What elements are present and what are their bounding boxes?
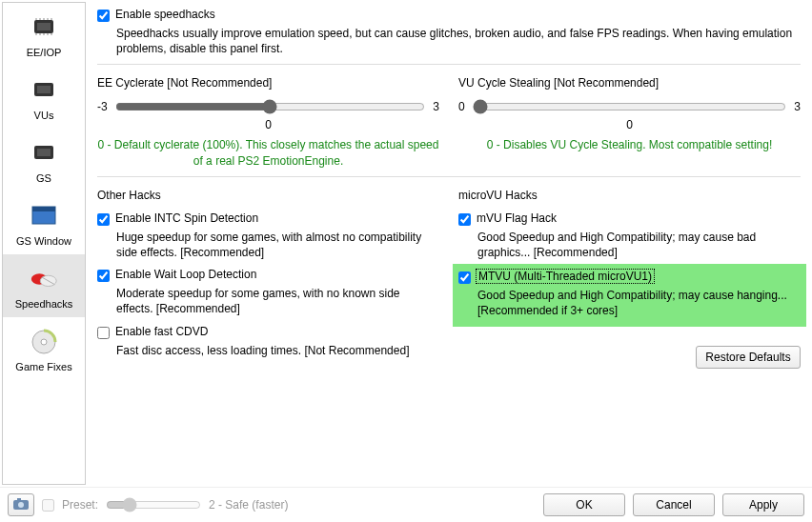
intc-label: Enable INTC Spin Detection: [115, 211, 258, 225]
chip-icon: [29, 138, 59, 169]
svg-rect-17: [32, 207, 55, 211]
ee-cyclerate-title: EE Cyclerate [Not Recommended]: [97, 76, 439, 90]
ok-button[interactable]: OK: [543, 493, 625, 516]
vu-max-label: 3: [794, 100, 801, 113]
sidebar-item-gamefixes[interactable]: Game Fixes: [3, 317, 85, 380]
fastcdvd-desc: Fast disc access, less loading times. [N…: [116, 343, 439, 358]
sidebar: EE/IOP VUs GS GS Window Speedhacks: [2, 2, 86, 485]
waitloop-label: Enable Wait Loop Detection: [115, 268, 256, 281]
chip-icon: [29, 12, 59, 43]
mvu-flag-checkbox[interactable]: [458, 213, 471, 226]
sidebar-item-label: Speedhacks: [15, 298, 73, 310]
chip-icon: [29, 75, 59, 106]
divider: [97, 176, 801, 177]
vu-min-label: 0: [458, 100, 465, 113]
apply-button[interactable]: Apply: [722, 493, 804, 516]
fastcdvd-label: Enable fast CDVD: [115, 325, 208, 338]
vu-val-label: 0: [458, 118, 801, 131]
preset-slider[interactable]: [106, 497, 201, 512]
mtvu-label: MTVU (Multi-Threaded microVU1): [477, 270, 654, 283]
enable-speedhacks-label: Enable speedhacks: [115, 8, 215, 21]
sidebar-item-speedhacks[interactable]: Speedhacks: [3, 254, 85, 317]
vu-cyclestealing-title: VU Cycle Stealing [Not Recommended]: [458, 76, 801, 90]
ee-max-label: 3: [433, 100, 439, 113]
ee-note: 0 - Default cyclerate (100%). This close…: [97, 137, 439, 168]
waitloop-desc: Moderate speedup for some games, with no…: [116, 286, 439, 316]
microvu-hacks-title: microVU Hacks: [458, 189, 801, 202]
enable-speedhacks-checkbox[interactable]: [97, 10, 110, 22]
divider: [97, 64, 801, 65]
restore-defaults-button[interactable]: Restore Defaults: [696, 346, 801, 369]
mtvu-checkbox[interactable]: [458, 271, 471, 284]
sidebar-item-gswindow[interactable]: GS Window: [3, 191, 85, 254]
sidebar-item-eeiop[interactable]: EE/IOP: [3, 3, 85, 66]
pills-icon: [29, 264, 59, 294]
sidebar-item-label: GS: [36, 172, 51, 184]
svg-point-22: [41, 339, 47, 345]
mtvu-highlight: MTVU (Multi-Threaded microVU1) Good Spee…: [453, 264, 806, 326]
intc-checkbox[interactable]: [97, 213, 110, 226]
mvu-flag-desc: Good Speedup and High Compatibility; may…: [477, 230, 801, 260]
intc-desc: Huge speedup for some games, with almost…: [116, 230, 439, 260]
sidebar-item-label: EE/IOP: [27, 47, 62, 58]
fastcdvd-checkbox[interactable]: [97, 327, 110, 339]
svg-point-24: [18, 502, 24, 508]
waitloop-checkbox[interactable]: [97, 270, 110, 282]
enable-speedhacks-desc: Speedhacks usually improve emulation spe…: [116, 26, 801, 56]
screenshot-button[interactable]: [8, 493, 34, 516]
svg-rect-13: [37, 86, 51, 93]
bottom-bar: Preset: 2 - Safe (faster) OK Cancel Appl…: [0, 487, 812, 522]
sidebar-item-label: GS Window: [16, 235, 71, 247]
disc-icon: [29, 327, 59, 357]
mtvu-desc: Good Speedup and High Compatibility; may…: [477, 288, 801, 318]
vu-note: 0 - Disables VU Cycle Stealing. Most com…: [458, 137, 801, 152]
ee-min-label: -3: [97, 100, 108, 113]
sidebar-item-label: VUs: [34, 110, 54, 121]
preset-value: 2 - Safe (faster): [209, 498, 288, 512]
preset-label: Preset:: [62, 498, 98, 512]
camera-icon: [12, 497, 30, 513]
svg-rect-25: [17, 498, 21, 501]
preset-checkbox[interactable]: [42, 499, 54, 512]
sidebar-item-gs[interactable]: GS: [3, 129, 85, 191]
content-panel: Enable speedhacks Speedhacks usually imp…: [86, 0, 812, 487]
ee-cyclerate-slider[interactable]: [115, 99, 426, 114]
cancel-button[interactable]: Cancel: [633, 493, 715, 516]
window-icon: [29, 201, 59, 231]
svg-rect-15: [37, 149, 51, 156]
ee-val-label: 0: [97, 118, 439, 131]
sidebar-item-vus[interactable]: VUs: [3, 66, 85, 129]
other-hacks-title: Other Hacks: [97, 189, 439, 202]
svg-rect-1: [37, 23, 51, 30]
sidebar-item-label: Game Fixes: [15, 361, 71, 372]
vu-cyclestealing-slider[interactable]: [473, 99, 787, 114]
mvu-flag-label: mVU Flag Hack: [477, 211, 557, 225]
